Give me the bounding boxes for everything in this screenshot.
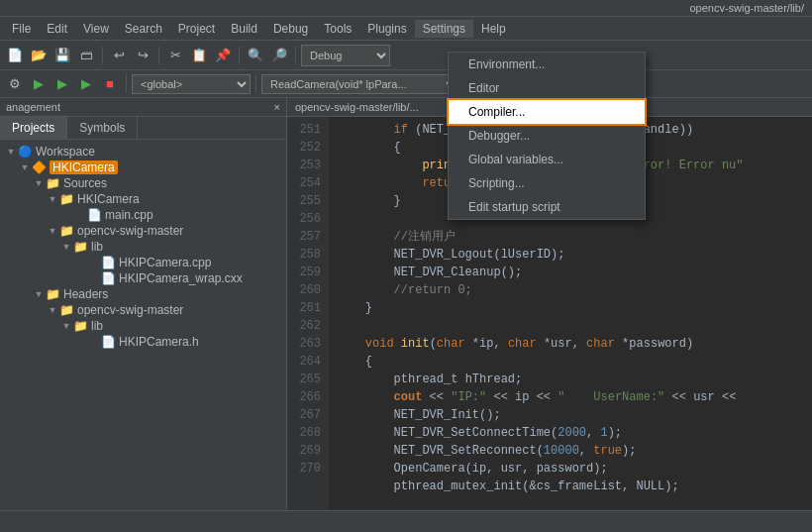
hkipcamera-cpp-label: HKIPCamera.cpp [119,256,211,269]
dropdown-debugger[interactable]: Debugger... [449,124,645,148]
settings-dropdown: Environment... Editor Compiler... Debugg… [448,52,646,220]
main-cpp-label: main.cpp [105,208,153,222]
hkicamera-folder-icon: 📁 [59,192,74,206]
sep3 [239,47,240,64]
undo-btn[interactable]: ↩ [108,45,130,66]
menu-tools[interactable]: Tools [316,20,359,38]
tree-opencv-swig-h[interactable]: ▼ 📁 opencv-swig-master [0,302,286,318]
lib-label: lib [91,240,103,254]
tree-workspace[interactable]: ▼ 🔵 Workspace [0,144,286,160]
run3-btn[interactable]: ▶ [75,73,97,95]
save-all-btn[interactable]: 🗃 [75,45,97,66]
redo-btn[interactable]: ↪ [132,45,153,66]
dropdown-scripting[interactable]: Scripting... [449,171,645,195]
menu-project[interactable]: Project [170,20,223,38]
settings-btn2[interactable]: ⚙ [4,73,26,95]
opencv-swig-icon: 📁 [59,224,74,238]
tree-headers[interactable]: ▼ 📁 Headers [0,286,286,302]
menu-help[interactable]: Help [473,20,514,38]
tree-hkicamera-folder[interactable]: ▼ 📁 HKICamera [0,191,286,207]
toolbar2: ⚙ ▶ ▶ ▶ ■ <global> ReadCamera(void* lpPa… [0,70,812,98]
headers-label: Headers [63,287,108,301]
main-area: anagement × Projects Symbols ▼ 🔵 Workspa… [0,98,812,523]
file-tree: ▼ 🔵 Workspace ▼ 🔶 HKICamera ▼ 📁 Sources [0,140,286,523]
stop-btn[interactable]: ■ [99,73,121,95]
sep6 [255,75,256,93]
opencv-swig-h-label: opencv-swig-master [77,303,183,317]
project-label: HKICamera [50,160,118,174]
function-select[interactable]: ReadCamera(void* lpPara... [261,74,459,94]
sep5 [126,75,127,93]
code-path: opencv-swig-master/lib/... [295,101,419,113]
dropdown-editor[interactable]: Editor [449,76,645,100]
run2-btn[interactable]: ▶ [51,73,73,95]
run-btn[interactable]: ▶ [28,73,50,95]
tab-symbols[interactable]: Symbols [67,117,138,139]
hkicamera-folder-label: HKICamera [77,192,140,206]
paste-btn[interactable]: 📌 [212,45,234,66]
hkipcamera-wrap-icon: 📄 [101,271,116,285]
tree-hkipcamera-wrap[interactable]: 📄 HKIPCamera_wrap.cxx [0,270,286,286]
hkipcamera-wrap-label: HKIPCamera_wrap.cxx [119,271,243,285]
sidebar-title-text: anagement [6,101,60,113]
status-bar [0,510,812,532]
menu-view[interactable]: View [75,20,117,38]
menu-plugins[interactable]: Plugins [359,20,414,38]
lib-icon: 📁 [73,240,88,254]
toolbar: 📄 📂 💾 🗃 ↩ ↪ ✂ 📋 📌 🔍 🔎 Debug Release [0,41,812,70]
tree-sources[interactable]: ▼ 📁 Sources [0,175,286,191]
search-btn[interactable]: 🔍 [245,45,266,66]
line-numbers: 2512522532542552562572582592602612622632… [287,117,329,523]
workspace-icon: 🔵 [18,145,33,159]
lib-h-icon: 📁 [73,319,88,333]
menu-build[interactable]: Build [223,20,265,38]
sidebar-close-btn[interactable]: × [274,101,280,113]
sep1 [102,47,103,64]
lib-h-label: lib [91,319,103,333]
sidebar-title: anagement × [0,98,286,117]
sidebar-tabs: Projects Symbols [0,117,286,140]
main-cpp-icon: 📄 [87,208,102,222]
tab-projects[interactable]: Projects [0,117,67,139]
menu-edit[interactable]: Edit [39,20,75,38]
copy-btn[interactable]: 📋 [188,45,210,66]
opencv-swig-h-icon: 📁 [59,303,74,317]
hkipcamera-h-label: HKIPCamera.h [119,335,199,349]
tree-hkipcamera-h[interactable]: 📄 HKIPCamera.h [0,334,286,350]
save-btn[interactable]: 💾 [51,45,73,66]
menu-bar: File Edit View Search Project Build Debu… [0,17,812,41]
menu-settings[interactable]: Settings [415,20,473,38]
sources-label: Sources [63,176,107,190]
hkipcamera-cpp-icon: 📄 [101,256,116,269]
menu-debug[interactable]: Debug [265,20,316,38]
title-text: opencv-swig-master/lib/ [689,2,804,14]
project-icon: 🔶 [32,160,47,174]
sources-icon: 📁 [46,176,60,190]
new-file-btn[interactable]: 📄 [4,45,26,66]
debug-mode-select[interactable]: Debug Release [301,45,390,66]
dropdown-compiler[interactable]: Compiler... [449,100,645,124]
tree-lib[interactable]: ▼ 📁 lib [0,239,286,255]
workspace-label: Workspace [36,145,95,159]
sidebar: anagement × Projects Symbols ▼ 🔵 Workspa… [0,98,287,523]
menu-file[interactable]: File [4,20,39,38]
hkipcamera-h-icon: 📄 [101,335,116,349]
opencv-swig-label: opencv-swig-master [77,224,183,238]
tree-lib-h[interactable]: ▼ 📁 lib [0,318,286,334]
menu-search[interactable]: Search [117,20,170,38]
sep2 [158,47,159,64]
dropdown-edit-startup[interactable]: Edit startup script [449,195,645,219]
dropdown-environment[interactable]: Environment... [449,53,645,76]
cut-btn[interactable]: ✂ [164,45,186,66]
open-btn[interactable]: 📂 [28,45,50,66]
scope-select[interactable]: <global> [132,74,251,94]
tree-opencv-swig[interactable]: ▼ 📁 opencv-swig-master [0,223,286,239]
sep4 [295,47,296,64]
tree-main-cpp[interactable]: 📄 main.cpp [0,207,286,223]
replace-btn[interactable]: 🔎 [268,45,290,66]
title-bar: opencv-swig-master/lib/ [0,0,812,17]
headers-icon: 📁 [46,287,60,301]
tree-hkicamera[interactable]: ▼ 🔶 HKICamera [0,160,286,175]
dropdown-global-variables[interactable]: Global variables... [449,148,645,171]
tree-hkipcamera-cpp[interactable]: 📄 HKIPCamera.cpp [0,255,286,270]
